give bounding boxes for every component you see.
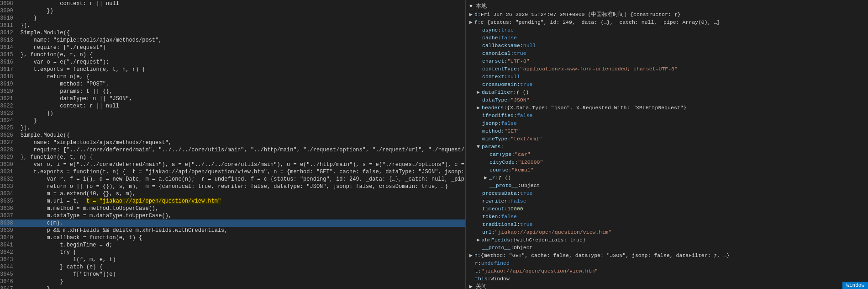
line-content: var o = e("./request"); — [19, 59, 465, 66]
local-section-title: ▼ 本地 — [469, 2, 487, 10]
line-content: Simple.Module({ — [19, 29, 465, 37]
debug-item: ▶headers: {X-Data-Type: "json", X-Reques… — [469, 104, 864, 112]
debug-item: method: "GET" — [469, 127, 864, 135]
line-content: t.exports = function(e, t, n, r) { — [19, 66, 465, 73]
line-number: 3613 — [0, 37, 19, 44]
code-line: 3646 } — [0, 278, 465, 285]
code-line: 3645 f["throw"](e) — [0, 271, 465, 278]
line-number: 3622 — [0, 102, 19, 110]
line-number: 3639 — [0, 227, 19, 234]
debug-item: cache: false — [469, 34, 864, 42]
line-content: Simple.Module({ — [19, 132, 465, 139]
line-content: var o, i = e("../../core/deferred/main")… — [19, 161, 466, 168]
line-content: var r, f = i(), d = new Date, m = a.clon… — [19, 176, 466, 183]
debug-item: this: Window — [469, 275, 864, 283]
debug-item: charset: "UTF-8" — [469, 57, 864, 65]
debug-item: processData: true — [469, 189, 864, 197]
line-content: t.beginTime = d; — [19, 241, 465, 249]
code-line: 3629}, function(e, t, n) { — [0, 154, 465, 161]
line-number: 3629 — [0, 154, 19, 161]
line-number: 3616 — [0, 59, 19, 66]
debug-panel[interactable]: ▼ 本地 ▶d: Fri Jun 26 2020 15:24:07 GMT+08… — [466, 0, 868, 289]
code-line: 3626Simple.Module({ — [0, 132, 465, 139]
line-number: 3634 — [0, 190, 19, 198]
code-line: 3622 context: r || null — [0, 102, 465, 110]
debug-item[interactable]: ▶ 关闭 — [469, 283, 864, 289]
line-content: params: t || {}, — [19, 88, 465, 95]
code-line: 3644 } catch (e) { — [0, 263, 465, 271]
line-number: 3624 — [0, 117, 19, 124]
code-line: 3647 } — [0, 285, 465, 289]
line-number: 3630 — [0, 161, 19, 168]
line-content: t.exports = function(t, n) { t = "jiakao… — [19, 168, 466, 176]
code-line: 3612Simple.Module({ — [0, 29, 465, 37]
line-number: 3627 — [0, 139, 19, 146]
line-content: }, function(e, t, n) { — [19, 51, 465, 59]
code-line: 3638 c(m), — [0, 219, 465, 227]
debug-item: rewriter: false — [469, 197, 864, 205]
code-line: 3628 require: ["../../core/deferred/main… — [0, 146, 465, 154]
local-section-header[interactable]: ▼ 本地 — [469, 2, 864, 11]
code-line: 3623 }) — [0, 110, 465, 117]
code-line: 3613 name: "simple:tools/ajax/methods/po… — [0, 37, 465, 44]
debug-item: ▶n: {method: "GET", cache: false, dataTy… — [469, 252, 864, 259]
debug-item: ▶xhrFields: {withCredentials: true} — [469, 236, 864, 244]
code-line: 3615}, function(e, t, n) { — [0, 51, 465, 59]
line-number: 3608 — [0, 0, 19, 7]
code-line: 3633 return o || (o = {}), s, m), m = {c… — [0, 183, 465, 190]
line-number: 3614 — [0, 44, 19, 51]
debug-item: ▼params: — [469, 143, 864, 150]
code-line: 3617 t.exports = function(e, t, n, r) { — [0, 66, 465, 73]
code-line: 3642 try { — [0, 249, 465, 256]
code-line: 3637 m.dataType = m.dataType.toUpperCase… — [0, 212, 465, 219]
code-line: 3625}), — [0, 124, 465, 132]
code-line: 3608 context: r || null — [0, 0, 465, 7]
line-number: 3611 — [0, 22, 19, 29]
debug-item: mimeType: "text/xml" — [469, 135, 864, 143]
line-content: m.method = m.method.toUpperCase(), — [19, 205, 465, 212]
debug-item: t: "jiakao://api/open/question/view.htm" — [469, 267, 864, 275]
line-content: l(f, m, e, t) — [19, 256, 465, 263]
line-number: 3635 — [0, 198, 19, 205]
debug-item: __proto__: Object — [469, 182, 864, 189]
line-content: name: "simple:tools/ajax/methods/post", — [19, 37, 465, 44]
debug-item: cityCode: "120000" — [469, 158, 864, 166]
line-content: m.url = t, t = "jiakao://api/open/questi… — [19, 198, 465, 205]
code-line: 3610 } — [0, 15, 465, 22]
line-number: 3638 — [0, 219, 19, 227]
code-line: 3616 var o = e("./request"); — [0, 59, 465, 66]
code-line: 3643 l(f, m, e, t) — [0, 256, 465, 263]
debug-item: ifModified: false — [469, 112, 864, 119]
line-number: 3610 — [0, 15, 19, 22]
debug-item: ▶d: Fri Jun 26 2020 15:24:07 GMT+0800 (中… — [469, 11, 864, 18]
line-number: 3615 — [0, 51, 19, 59]
line-content: }), — [19, 124, 465, 132]
debug-item: __proto__: Object — [469, 244, 864, 252]
line-number: 3626 — [0, 132, 19, 139]
line-content: } catch (e) { — [19, 263, 465, 271]
debug-item: timeout: 10000 — [469, 205, 864, 213]
line-number: 3637 — [0, 212, 19, 219]
code-line: 3636 m.method = m.method.toUpperCase(), — [0, 205, 465, 212]
line-number: 3612 — [0, 29, 19, 37]
line-number: 3644 — [0, 263, 19, 271]
line-number: 3631 — [0, 168, 19, 176]
line-number: 3632 — [0, 176, 19, 183]
debug-item: dataType: "JSON" — [469, 96, 864, 104]
line-number: 3628 — [0, 146, 19, 154]
line-content: name: "simple:tools/ajax/methods/request… — [19, 139, 465, 146]
line-number: 3636 — [0, 205, 19, 212]
line-number: 3609 — [0, 7, 19, 15]
code-line: 3631 t.exports = function(t, n) { t = "j… — [0, 168, 465, 176]
line-content: return o || (o = {}), s, m), m = {canoni… — [19, 183, 465, 190]
code-line: 3609 }) — [0, 7, 465, 15]
debug-item: token: false — [469, 213, 864, 220]
line-number: 3647 — [0, 285, 19, 289]
debug-item: canonical: true — [469, 49, 864, 57]
line-content: f["throw"](e) — [19, 271, 465, 278]
line-content: }), — [19, 22, 465, 29]
line-number: 3642 — [0, 249, 19, 256]
code-line: 3641 t.beginTime = d; — [0, 241, 465, 249]
debug-item: crossDomain: true — [469, 80, 864, 88]
line-number: 3643 — [0, 256, 19, 263]
